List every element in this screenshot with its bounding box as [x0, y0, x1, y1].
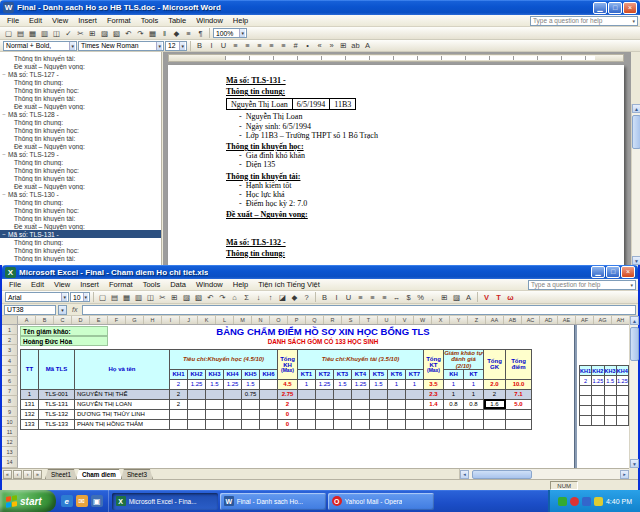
cell-kt6[interactable] — [388, 409, 406, 419]
column-header-j[interactable]: J — [180, 316, 198, 324]
undo-icon[interactable]: ↶ — [123, 28, 134, 39]
cell-tong-kh[interactable]: 2.75 — [278, 389, 298, 399]
cell-kt2[interactable] — [316, 419, 334, 429]
split-empty-cell[interactable] — [616, 396, 628, 406]
cell-kh5[interactable] — [242, 399, 260, 409]
redo-icon[interactable]: ↷ — [135, 28, 146, 39]
cell-tong-gk[interactable]: 1.6 — [484, 399, 506, 409]
excel-menu-edit[interactable]: Edit — [26, 280, 49, 289]
borders-icon[interactable]: ⊞ — [439, 292, 450, 303]
close-button[interactable]: × — [623, 2, 637, 14]
split-empty-cell[interactable] — [592, 386, 604, 396]
excel-menu-window[interactable]: Window — [191, 280, 228, 289]
row-header-1[interactable]: 1 — [2, 325, 18, 335]
cell-kh6[interactable] — [260, 419, 278, 429]
docmap-heading-item[interactable]: −Mã số: TLS-127 - — [0, 70, 161, 78]
column-header-s[interactable]: S — [342, 316, 360, 324]
scroll-up-icon[interactable]: ▲ — [630, 316, 639, 325]
style-combo[interactable]: Normal + Bold, ▾ — [3, 41, 77, 51]
save-icon[interactable]: ▦ — [121, 292, 132, 303]
weight-kh3[interactable]: 1.5 — [206, 379, 224, 389]
align-left-icon[interactable]: ≡ — [355, 292, 366, 303]
header-tong-kh[interactable]: Tổng KH(Max) — [278, 350, 298, 380]
cell-kt4[interactable] — [352, 409, 370, 419]
collapse-icon[interactable]: − — [0, 191, 8, 197]
font-color-icon[interactable]: A — [463, 292, 474, 303]
word-ask-question-box[interactable]: Type a question for help ▾ — [530, 16, 638, 26]
align-right-icon[interactable]: ≡ — [379, 292, 390, 303]
numbering-icon[interactable]: # — [290, 40, 301, 51]
column-header-ah[interactable]: AH — [612, 316, 629, 324]
info-table-cell[interactable]: 6/5/1994 — [292, 99, 329, 110]
weight-kt2[interactable]: 1.25 — [316, 379, 334, 389]
sheet-tab-sheet1[interactable]: Sheet1 — [45, 469, 77, 479]
chart-icon[interactable]: ◪ — [277, 292, 288, 303]
split-col-kh2[interactable]: KH2 — [592, 366, 604, 376]
column-header-ag[interactable]: AG — [594, 316, 612, 324]
collapse-icon[interactable]: − — [0, 231, 8, 237]
max-tong-kh[interactable]: 4.5 — [278, 379, 298, 389]
cell-gk-kh[interactable]: 1 — [444, 389, 464, 399]
italic-icon[interactable]: I — [206, 40, 217, 51]
zoom-combo[interactable]: 100% ▾ — [213, 28, 247, 38]
docmap-subheading-item[interactable]: Đề xuất – Nguyện vọng: — [0, 102, 161, 110]
pane-split-bar[interactable] — [574, 325, 577, 468]
comma-icon[interactable]: , — [427, 292, 438, 303]
subheader-kh1[interactable]: KH1 — [170, 369, 188, 379]
taskbar-task-final-danh-sach-ho[interactable]: WFinal - Danh sach Ho... — [220, 493, 326, 510]
row-header-14[interactable]: 14 — [2, 457, 18, 467]
subheader-kt6[interactable]: KT6 — [388, 369, 406, 379]
cell-kt5[interactable] — [370, 419, 388, 429]
column-header-ae[interactable]: AE — [558, 316, 576, 324]
row-ma-tls[interactable]: TLS-001 — [39, 389, 75, 399]
close-button[interactable]: × — [621, 266, 635, 278]
split-empty-cell[interactable] — [580, 386, 592, 396]
docmap-subheading-item[interactable]: Thông tin khuyến tài: — [0, 134, 161, 142]
show-desktop-icon[interactable]: ▣ — [91, 495, 103, 507]
document-map-panel[interactable]: Thông tin khuyến tài:Đề xuất – Nguyện vọ… — [0, 52, 162, 265]
scroll-down-icon[interactable]: ▼ — [630, 459, 639, 468]
cell-kh5[interactable]: 0.75 — [242, 389, 260, 399]
column-header-d[interactable]: D — [72, 316, 90, 324]
column-header-b[interactable]: B — [36, 316, 54, 324]
split-weight-2[interactable]: 1.25 — [592, 376, 604, 386]
header-group-giam-khao[interactable]: Giám khảo tự đánh giá (2/10) — [444, 350, 484, 370]
cell-kh5[interactable] — [242, 419, 260, 429]
vn-addin-icon-3[interactable]: ω — [505, 292, 516, 303]
excel-menu-format[interactable]: Format — [104, 280, 138, 289]
word-vertical-scrollbar[interactable]: ▲ ▼ — [631, 104, 640, 265]
cell-tong-diem[interactable]: 7.1 — [506, 389, 532, 399]
column-header-r[interactable]: R — [324, 316, 342, 324]
docmap-subheading-item[interactable]: Thông tin chung: — [0, 238, 161, 246]
cell-tong-kt[interactable]: 1.4 — [424, 399, 444, 409]
subheader-kt3[interactable]: KT3 — [334, 369, 352, 379]
currency-icon[interactable]: $ — [403, 292, 414, 303]
docmap-heading-item[interactable]: −Mã số: TLS-129 - — [0, 150, 161, 158]
excel-menu-data[interactable]: Data — [165, 280, 191, 289]
cell-tong-kt[interactable] — [424, 419, 444, 429]
restore-button[interactable]: □ — [606, 266, 620, 278]
undo-icon[interactable]: ↶ — [205, 292, 216, 303]
split-empty-cell[interactable] — [592, 406, 604, 416]
cell-kh3[interactable] — [206, 389, 224, 399]
select-all-corner[interactable] — [2, 316, 18, 325]
paste-icon[interactable]: ▨ — [181, 292, 192, 303]
taskbar-task-yahoo-mail-opera[interactable]: OYahoo! Mail - Opera — [328, 493, 434, 510]
percent-icon[interactable]: % — [415, 292, 426, 303]
minimize-button[interactable]: ▁ — [591, 266, 605, 278]
cell-kh6[interactable] — [260, 389, 278, 399]
word-menu-insert[interactable]: Insert — [73, 16, 102, 25]
header-tong-kt[interactable]: Tổng KT(Max) — [424, 350, 444, 380]
row-student-name[interactable]: NGUYỄN THỊ THẾ — [75, 389, 170, 399]
cell-kt4[interactable] — [352, 389, 370, 399]
fill-color-icon[interactable]: ▨ — [451, 292, 462, 303]
split-empty-cell[interactable] — [616, 416, 628, 426]
highlight-icon[interactable]: ab — [350, 40, 361, 51]
subheader-kh3[interactable]: KH3 — [206, 369, 224, 379]
row-student-name[interactable]: PHAN THỊ HỒNG THẮM — [75, 419, 170, 429]
weight-kh1[interactable]: 2 — [170, 379, 188, 389]
cell-kt7[interactable] — [406, 399, 424, 409]
save-icon[interactable]: ▦ — [27, 28, 38, 39]
cell-kt1[interactable] — [298, 409, 316, 419]
underline-icon[interactable]: U — [343, 292, 354, 303]
